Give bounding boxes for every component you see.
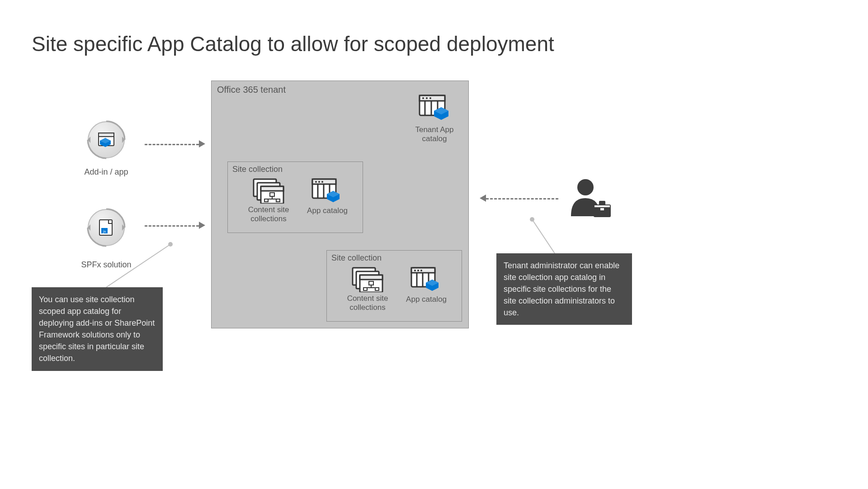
site-app-catalog: App catalog bbox=[305, 178, 350, 224]
svg-rect-26 bbox=[261, 186, 283, 191]
page-title: Site specific App Catalog to allow for s… bbox=[32, 32, 554, 56]
app-catalog-label: App catalog bbox=[305, 206, 350, 215]
svg-point-34 bbox=[315, 181, 317, 183]
addin-label: Add-in / app bbox=[75, 167, 138, 177]
content-sites-label: Content site collections bbox=[246, 205, 291, 224]
svg-rect-4 bbox=[99, 133, 114, 137]
callout-line bbox=[104, 242, 172, 290]
svg-rect-65 bbox=[600, 208, 604, 210]
note-right: Tenant administrator can enable site col… bbox=[496, 253, 632, 325]
arrow-head-icon bbox=[199, 222, 205, 229]
site-collection-label: Site collection bbox=[331, 253, 382, 263]
svg-point-53 bbox=[414, 270, 416, 271]
svg-rect-45 bbox=[360, 275, 382, 280]
svg-line-66 bbox=[106, 244, 170, 287]
tenant-label: Office 365 tenant bbox=[217, 85, 286, 95]
site-collection-label: Site collection bbox=[232, 165, 283, 174]
svg-point-54 bbox=[417, 270, 419, 271]
svg-point-17 bbox=[429, 97, 431, 99]
arrow-addin-to-tenant bbox=[145, 144, 199, 145]
content-site-collections: Content site collections bbox=[246, 178, 291, 224]
arrow-head-icon bbox=[199, 140, 205, 147]
office365-tenant-box: Office 365 tenant Tenant App catalog Sit… bbox=[211, 81, 469, 328]
svg-point-16 bbox=[426, 97, 428, 99]
svg-point-61 bbox=[577, 179, 594, 195]
svg-point-36 bbox=[321, 181, 323, 183]
svg-rect-63 bbox=[599, 201, 605, 205]
app-catalog-label: App catalog bbox=[404, 295, 449, 304]
svg-rect-64 bbox=[594, 205, 610, 207]
site-app-catalog: App catalog bbox=[404, 267, 449, 313]
content-site-collections: Content site collections bbox=[345, 267, 390, 313]
svg-point-55 bbox=[420, 270, 422, 271]
content-sites-label: Content site collections bbox=[345, 294, 390, 313]
site-collection-box-1: Site collection Content site collec bbox=[227, 161, 363, 233]
svg-text:js: js bbox=[103, 229, 106, 233]
svg-point-35 bbox=[318, 181, 320, 183]
arrow-spfx-to-tenant bbox=[145, 225, 199, 227]
tenant-app-label: Tenant App catalog bbox=[410, 125, 459, 144]
svg-point-15 bbox=[422, 97, 424, 99]
app-catalog-icon bbox=[410, 267, 442, 293]
tenant-app-catalog: Tenant App catalog bbox=[410, 95, 459, 144]
content-sites-icon bbox=[352, 267, 383, 292]
note-left: You can use site collection scoped app c… bbox=[32, 287, 163, 371]
app-catalog-icon bbox=[311, 178, 343, 204]
callout-line bbox=[530, 217, 557, 256]
content-sites-icon bbox=[253, 178, 284, 204]
arrow-admin-to-tenant bbox=[486, 198, 558, 199]
site-collection-box-2: Site collection Content site collec bbox=[326, 250, 462, 322]
addin-circle-icon bbox=[86, 119, 127, 160]
arrow-head-icon bbox=[480, 195, 486, 202]
admin-person-icon bbox=[567, 176, 613, 223]
svg-line-67 bbox=[532, 219, 555, 253]
